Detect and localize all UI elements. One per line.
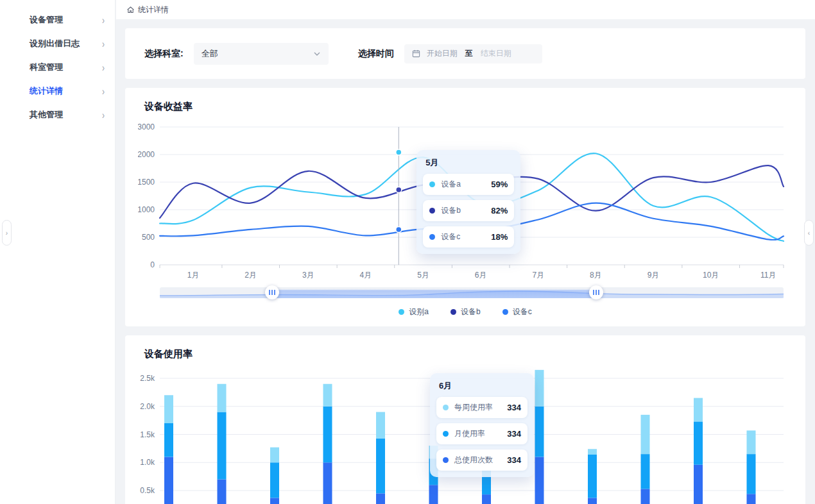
svg-text:8月: 8月 — [590, 271, 602, 280]
svg-text:2月: 2月 — [244, 271, 257, 280]
tooltip-row: 设备b 82% — [423, 200, 514, 221]
date-range-picker[interactable]: 开始日期 至 结束日期 — [404, 44, 542, 63]
svg-text:10月: 10月 — [703, 271, 719, 280]
svg-text:3000: 3000 — [138, 122, 155, 131]
sidebar-collapse-toggle[interactable]: › — [2, 220, 12, 246]
chevron-right-icon: › — [102, 13, 105, 26]
panel-collapse-toggle[interactable]: ‹ — [804, 220, 814, 246]
sidebar-item-label: 统计详情 — [30, 85, 102, 97]
tooltip-row: 总使用次数 334 — [436, 449, 528, 471]
svg-text:0: 0 — [150, 260, 155, 269]
chevron-right-icon: › — [102, 37, 105, 50]
revenue-chart-panel: 设备收益率 300020001500100050001月2月3月4月5月6月7月… — [125, 88, 805, 326]
sidebar-item-label: 科室管理 — [30, 62, 102, 73]
svg-text:2000: 2000 — [138, 150, 155, 159]
svg-text:1500: 1500 — [138, 178, 155, 187]
datazoom-selected-range[interactable] — [272, 287, 596, 298]
series-dot — [443, 457, 449, 463]
line-chart-legend: 设别a 设备b 设备c — [138, 307, 793, 317]
sidebar-item-label: 设备管理 — [30, 14, 102, 26]
series-dot — [429, 234, 435, 240]
breadcrumb[interactable]: 统计详情 — [126, 4, 169, 15]
tooltip-row: 每周使用率 334 — [436, 397, 528, 418]
tooltip-title: 6月 — [439, 380, 528, 392]
main-content: 统计详情 选择科室: 全部 选择时间 开始日期 至 结束日期 设备收益率 300… — [116, 0, 815, 504]
chevron-down-icon — [313, 50, 321, 58]
series-dot — [429, 208, 435, 214]
usage-chart: 2.5k2.0k1.5k1.0k0.5k 6月 每周使用率 334 月使用率 3… — [138, 367, 793, 504]
legend-item-series-b[interactable]: 设备b — [450, 307, 481, 317]
svg-text:0.5k: 0.5k — [140, 486, 155, 495]
svg-text:6月: 6月 — [475, 271, 487, 280]
date-end-input[interactable]: 结束日期 — [481, 48, 511, 59]
svg-text:1月: 1月 — [187, 271, 200, 280]
svg-text:500: 500 — [142, 233, 155, 242]
usage-chart-panel: 设备使用率 2.5k2.0k1.5k1.0k0.5k 6月 每周使用率 334 … — [125, 335, 805, 504]
date-separator: 至 — [465, 48, 473, 59]
tooltip-title: 5月 — [425, 157, 514, 169]
usage-chart-title: 设备使用率 — [144, 348, 793, 360]
sidebar-item-device-management[interactable]: 设备管理 › — [0, 8, 115, 31]
date-start-input[interactable]: 开始日期 — [427, 48, 458, 59]
department-filter-label: 选择科室: — [144, 48, 184, 60]
tooltip-row: 月使用率 334 — [436, 423, 528, 444]
sidebar-item-statistics[interactable]: 统计详情 › — [0, 79, 115, 103]
time-filter-label: 选择时间 — [358, 48, 394, 60]
datazoom-slider[interactable] — [160, 287, 784, 298]
svg-text:3月: 3月 — [302, 271, 314, 280]
sidebar-item-department[interactable]: 科室管理 › — [0, 55, 115, 79]
chevron-right-icon: › — [102, 61, 105, 74]
tooltip-row: 设备a 59% — [423, 174, 514, 195]
topbar: 统计详情 — [116, 0, 815, 19]
svg-text:9月: 9月 — [648, 271, 660, 280]
sidebar-item-other[interactable]: 其他管理 › — [0, 103, 115, 126]
department-select[interactable]: 全部 — [194, 43, 329, 65]
sidebar-item-label: 其他管理 — [30, 109, 102, 121]
legend-dot — [502, 309, 508, 315]
svg-text:5月: 5月 — [417, 271, 429, 280]
sidebar-item-lend-log[interactable]: 设别出借日志 › — [0, 31, 115, 55]
datazoom-left-handle[interactable] — [265, 285, 279, 299]
filter-panel: 选择科室: 全部 选择时间 开始日期 至 结束日期 — [125, 28, 805, 79]
line-chart-tooltip: 5月 设备a 59% 设备b 82% 设备c 18% — [416, 150, 520, 254]
svg-text:1.5k: 1.5k — [140, 430, 155, 439]
bar-chart-tooltip: 6月 每周使用率 334 月使用率 334 总使用次数 334 — [430, 373, 534, 477]
chevron-right-icon: › — [102, 85, 105, 97]
svg-text:4月: 4月 — [360, 271, 372, 280]
sidebar-item-label: 设别出借日志 — [30, 38, 102, 49]
revenue-chart: 300020001500100050001月2月3月4月5月6月7月8月9月10… — [138, 119, 793, 281]
sidebar: 设备管理 › 设别出借日志 › 科室管理 › 统计详情 › 其他管理 › — [0, 0, 116, 504]
department-select-value: 全部 — [202, 48, 313, 60]
series-dot — [429, 181, 435, 187]
svg-text:7月: 7月 — [532, 271, 544, 280]
home-icon — [126, 6, 135, 14]
tooltip-row: 设备c 18% — [423, 226, 514, 248]
legend-item-series-c[interactable]: 设备c — [502, 307, 532, 317]
svg-text:2.0k: 2.0k — [140, 402, 155, 411]
svg-text:1000: 1000 — [138, 205, 155, 214]
legend-dot — [399, 309, 404, 315]
svg-text:11月: 11月 — [760, 271, 776, 280]
calendar-icon — [412, 49, 420, 58]
series-dot — [443, 431, 449, 437]
svg-text:1.0k: 1.0k — [140, 458, 155, 467]
svg-text:2.5k: 2.5k — [140, 374, 155, 383]
chevron-right-icon: › — [102, 108, 105, 121]
series-dot — [443, 405, 449, 410]
revenue-chart-title: 设备收益率 — [144, 101, 793, 113]
legend-dot — [450, 309, 456, 315]
legend-item-series-a[interactable]: 设别a — [399, 307, 429, 317]
breadcrumb-label: 统计详情 — [138, 4, 169, 15]
